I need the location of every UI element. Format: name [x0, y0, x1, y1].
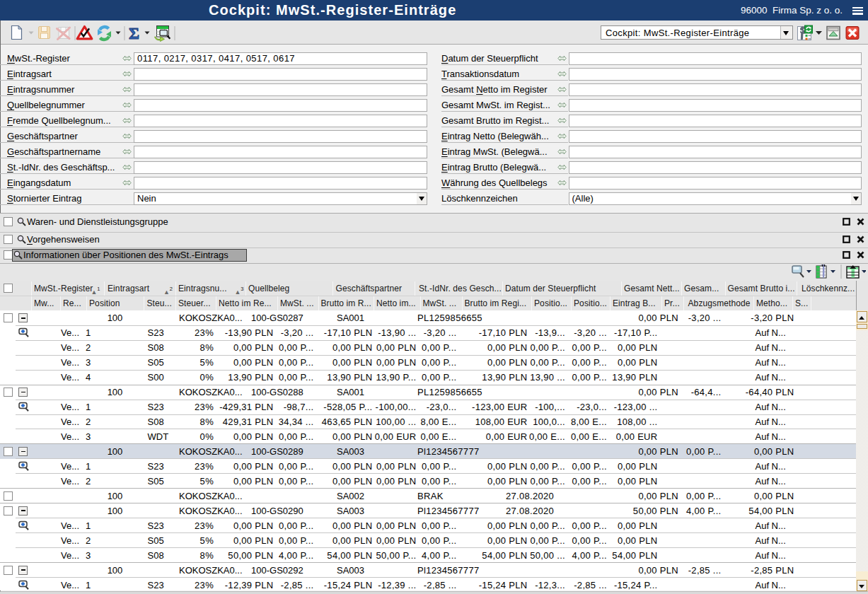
- svg-text:Σ: Σ: [129, 25, 139, 42]
